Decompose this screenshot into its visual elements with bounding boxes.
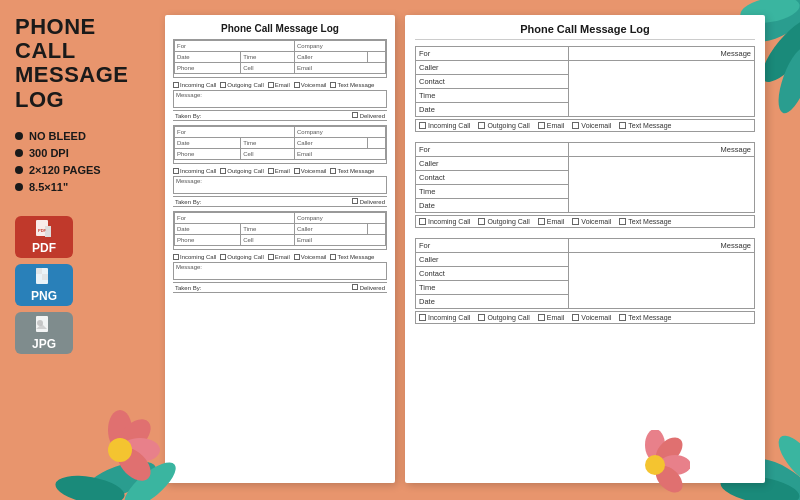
center-doc-title: Phone Call Message Log bbox=[173, 23, 387, 34]
svg-point-19 bbox=[645, 455, 665, 475]
date-label-1: Date bbox=[175, 52, 241, 63]
png-icon bbox=[35, 267, 53, 287]
right-caller-2: Caller bbox=[416, 157, 569, 171]
taken-by-1: Taken By: Delivered bbox=[173, 110, 387, 121]
bullet-dot bbox=[15, 132, 23, 140]
bullet-item-1: NO BLEED bbox=[15, 130, 160, 142]
right-message-3: Message bbox=[568, 239, 754, 253]
jpg-badge: JPG bbox=[15, 312, 73, 354]
company-label-1: Company bbox=[295, 41, 386, 52]
taken-by-3: Taken By: Delivered bbox=[173, 282, 387, 293]
right-checkboxes-3: Incoming Call Outgoing Call Email Voicem… bbox=[415, 311, 755, 324]
form-table-3: For Company Date Time Caller Phone Cell … bbox=[174, 212, 386, 246]
bullet-dot bbox=[15, 183, 23, 191]
flower-bottom-left bbox=[80, 410, 160, 490]
for-label-2: For bbox=[175, 127, 295, 138]
right-section-2: For Message Caller Contact Time Date Inc… bbox=[415, 142, 755, 228]
message-area-2: Message: bbox=[173, 176, 387, 194]
cb-outgoing-1: Outgoing Call bbox=[220, 82, 263, 88]
time-label-1: Time bbox=[241, 52, 295, 63]
email-label-1: Email bbox=[295, 63, 386, 74]
center-document: Phone Call Message Log For Company Date … bbox=[165, 15, 395, 483]
right-table-1: For Message Caller Contact Time Date bbox=[415, 46, 755, 117]
cb-voicemail-1: Voicemail bbox=[294, 82, 327, 88]
pdf-icon: PDF bbox=[35, 219, 53, 239]
right-contact-1: Contact bbox=[416, 75, 569, 89]
png-badge: PNG bbox=[15, 264, 73, 306]
right-table-2: For Message Caller Contact Time Date bbox=[415, 142, 755, 213]
main-title: Phone Call Message Log bbox=[15, 15, 160, 112]
message-area-3: Message: bbox=[173, 262, 387, 280]
right-date-3: Date bbox=[416, 295, 569, 309]
right-time-2: Time bbox=[416, 185, 569, 199]
format-badges: PDF PDF PNG JPG bbox=[15, 216, 160, 354]
form-section-1: For Company Date Time Caller Phone Cell … bbox=[173, 39, 387, 78]
taken-by-2: Taken By: Delivered bbox=[173, 196, 387, 207]
svg-text:PDF: PDF bbox=[38, 228, 47, 233]
right-contact-3: Contact bbox=[416, 267, 569, 281]
company-label-2: Company bbox=[295, 127, 386, 138]
for-label-1: For bbox=[175, 41, 295, 52]
right-message-2: Message bbox=[568, 143, 754, 157]
right-section-3: For Message Caller Contact Time Date Inc… bbox=[415, 238, 755, 324]
right-doc-title: Phone Call Message Log bbox=[415, 23, 755, 40]
right-checkboxes-1: Incoming Call Outgoing Call Email Voicem… bbox=[415, 119, 755, 132]
right-contact-2: Contact bbox=[416, 171, 569, 185]
cell-label-1: Cell bbox=[241, 63, 295, 74]
bullet-item-3: 2×120 PAGES bbox=[15, 164, 160, 176]
form-section-3: For Company Date Time Caller Phone Cell … bbox=[173, 211, 387, 250]
svg-rect-25 bbox=[42, 274, 48, 280]
right-checkboxes-2: Incoming Call Outgoing Call Email Voicem… bbox=[415, 215, 755, 228]
right-caller-3: Caller bbox=[416, 253, 569, 267]
right-message-1: Message bbox=[568, 47, 754, 61]
form-section-2: For Company Date Time Caller Phone Cell … bbox=[173, 125, 387, 164]
phone-label-1: Phone bbox=[175, 63, 241, 74]
pdf-badge: PDF PDF bbox=[15, 216, 73, 258]
checkboxes-2: Incoming Call Outgoing Call Email Voicem… bbox=[173, 168, 387, 174]
jpg-icon bbox=[35, 315, 53, 335]
right-document: Phone Call Message Log For Message Calle… bbox=[405, 15, 765, 483]
bullet-list: NO BLEED 300 DPI 2×120 PAGES 8.5×11" bbox=[15, 130, 160, 198]
bullet-dot bbox=[15, 149, 23, 157]
message-area-1: Message: bbox=[173, 90, 387, 108]
svg-point-14 bbox=[108, 438, 132, 462]
right-caller-1: Caller bbox=[416, 61, 569, 75]
right-date-1: Date bbox=[416, 103, 569, 117]
form-table-2: For Company Date Time Caller Phone Cell … bbox=[174, 126, 386, 160]
right-for-2: For bbox=[416, 143, 569, 157]
svg-rect-24 bbox=[36, 268, 42, 274]
form-table-1: For Company Date Time Caller Phone Cell … bbox=[174, 40, 386, 74]
cb-email-1: Email bbox=[268, 82, 290, 88]
cb-incoming-1: Incoming Call bbox=[173, 82, 216, 88]
bullet-dot bbox=[15, 166, 23, 174]
right-table-3: For Message Caller Contact Time Date bbox=[415, 238, 755, 309]
right-time-3: Time bbox=[416, 281, 569, 295]
right-for-1: For bbox=[416, 47, 569, 61]
flower-bottom-right bbox=[620, 430, 690, 500]
caller-label-1: Caller bbox=[295, 52, 368, 63]
bullet-item-2: 300 DPI bbox=[15, 147, 160, 159]
cb-text-1: Text Message bbox=[330, 82, 374, 88]
right-for-3: For bbox=[416, 239, 569, 253]
right-time-1: Time bbox=[416, 89, 569, 103]
right-date-2: Date bbox=[416, 199, 569, 213]
bullet-item-4: 8.5×11" bbox=[15, 181, 160, 193]
checkboxes-1: Incoming Call Outgoing Call Email Voicem… bbox=[173, 82, 387, 88]
checkboxes-3: Incoming Call Outgoing Call Email Voicem… bbox=[173, 254, 387, 260]
right-section-1: For Message Caller Contact Time Date Inc… bbox=[415, 46, 755, 132]
